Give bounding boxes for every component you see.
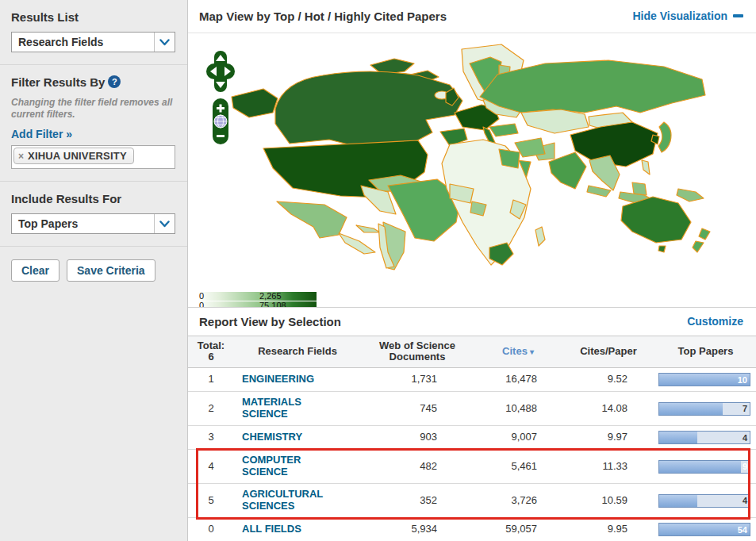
remove-filter-icon[interactable]: × bbox=[18, 151, 24, 162]
row-field-cell: ALL FIELDS bbox=[234, 518, 361, 541]
row-cites: 10,488 bbox=[474, 392, 562, 426]
country-malaysia bbox=[587, 186, 611, 197]
row-docs: 352 bbox=[361, 484, 474, 518]
map-zoom-control[interactable] bbox=[213, 98, 228, 144]
row-field-cell: CHEMISTRY bbox=[234, 426, 361, 450]
row-rank: 2 bbox=[188, 392, 234, 426]
top-papers-bar-fill bbox=[659, 524, 750, 535]
map-pan-control[interactable] bbox=[206, 51, 235, 92]
row-top-papers-cell: 4 bbox=[654, 484, 756, 518]
country-mexico bbox=[277, 201, 347, 238]
zoom-out-icon bbox=[217, 135, 224, 137]
hide-visualization-link[interactable]: Hide Visualization bbox=[632, 10, 743, 22]
row-rank: 1 bbox=[188, 368, 234, 392]
research-field-link[interactable]: COMPUTER SCIENCE bbox=[242, 455, 347, 478]
top-papers-bar: 10 bbox=[658, 373, 750, 386]
row-rank: 3 bbox=[188, 426, 234, 450]
clear-button[interactable]: Clear bbox=[11, 259, 59, 282]
research-field-link[interactable]: MATERIALS SCIENCE bbox=[242, 397, 347, 420]
sidebar: Results List Research Fields Filter Resu… bbox=[0, 0, 188, 541]
research-field-link[interactable]: CHEMISTRY bbox=[242, 432, 302, 443]
country-borneo bbox=[632, 182, 647, 195]
table-row: 3 CHEMISTRY 903 9,007 9.97 4 bbox=[188, 426, 756, 450]
include-results-title: Include Results For bbox=[11, 192, 176, 205]
row-field-cell: ENGINEERING bbox=[234, 368, 361, 392]
column-header-wos-documents[interactable]: Web of Science Documents bbox=[361, 336, 474, 368]
row-field-cell: MATERIALS SCIENCE bbox=[234, 392, 361, 426]
country-philippines bbox=[642, 160, 650, 175]
results-list-dropdown[interactable]: Research Fields bbox=[11, 32, 175, 52]
country-papua-new-guinea bbox=[677, 189, 704, 201]
legend-max: 75,108 bbox=[259, 301, 286, 307]
top-papers-value: 4 bbox=[743, 496, 747, 506]
table-row: 0 ALL FIELDS 5,934 59,057 9.95 54 bbox=[188, 518, 756, 541]
total-count: 6 bbox=[208, 351, 213, 363]
main-panel: Map View by Top / Hot / Highly Cited Pap… bbox=[188, 0, 756, 541]
world-map[interactable]: 0 2,265 0 75,108 bbox=[188, 33, 756, 307]
table-row: 5 AGRICULTURAL SCIENCES 352 3,726 10.59 … bbox=[188, 484, 756, 518]
research-field-link[interactable]: ENGINEERING bbox=[242, 374, 314, 386]
legend-max: 2,265 bbox=[259, 292, 282, 301]
country-china bbox=[570, 122, 658, 167]
country-turkey bbox=[489, 124, 518, 136]
row-docs: 5,934 bbox=[361, 518, 474, 541]
legend-scale-secondary: 0 75,108 bbox=[198, 301, 317, 307]
row-cites-per-paper: 14.08 bbox=[562, 392, 654, 426]
row-cites: 16,478 bbox=[474, 368, 562, 392]
row-cites: 9,007 bbox=[474, 426, 562, 450]
top-papers-value: 10 bbox=[738, 375, 747, 386]
column-header-top-papers[interactable]: Top Papers bbox=[654, 336, 756, 368]
row-cites-per-paper: 9.97 bbox=[562, 426, 654, 450]
report-header: Report View by Selection Customize bbox=[188, 307, 756, 335]
add-filter-link[interactable]: Add Filter » bbox=[11, 128, 72, 140]
top-papers-value: 4 bbox=[743, 432, 747, 443]
research-field-link[interactable]: ALL FIELDS bbox=[242, 524, 301, 535]
top-papers-bar-fill bbox=[659, 461, 741, 473]
legend-min: 0 bbox=[199, 292, 204, 301]
map-title: Map View by Top / Hot / Highly Cited Pap… bbox=[199, 10, 447, 23]
top-papers-value: 54 bbox=[738, 524, 747, 535]
filter-tag-label: XIHUA UNIVERSITY bbox=[28, 150, 127, 162]
country-australia bbox=[621, 197, 691, 243]
help-icon[interactable]: ? bbox=[108, 75, 121, 88]
esi-app: Results List Research Fields Filter Resu… bbox=[0, 0, 756, 541]
include-results-dropdown[interactable]: Top Papers bbox=[11, 213, 175, 234]
row-cites-per-paper: 11.33 bbox=[562, 450, 654, 484]
column-header-cites[interactable]: Cites▾ bbox=[474, 336, 562, 368]
row-docs: 745 bbox=[361, 392, 474, 426]
row-rank: 5 bbox=[188, 484, 234, 518]
table-row: 2 MATERIALS SCIENCE 745 10,488 14.08 7 bbox=[188, 392, 756, 426]
row-docs: 482 bbox=[361, 450, 474, 484]
sidebar-buttons: Clear Save Criteria bbox=[0, 247, 187, 294]
top-papers-value: 9 bbox=[743, 462, 747, 472]
research-field-link[interactable]: AGRICULTURAL SCIENCES bbox=[242, 489, 347, 512]
chevron-down-icon[interactable] bbox=[154, 214, 175, 233]
filter-section: Filter Results By? Changing the filter f… bbox=[0, 65, 187, 182]
country-central-asia bbox=[521, 109, 589, 133]
chevron-down-icon[interactable] bbox=[154, 33, 175, 52]
row-top-papers-cell: 10 bbox=[654, 368, 756, 392]
customize-link[interactable]: Customize bbox=[687, 315, 743, 328]
hide-visualization-label: Hide Visualization bbox=[632, 10, 727, 22]
report-table: Total: 6 Research Fields Web of Science … bbox=[188, 336, 756, 541]
top-papers-value: 7 bbox=[743, 404, 747, 414]
filter-title-text: Filter Results By bbox=[11, 75, 105, 89]
report-title: Report View by Selection bbox=[199, 315, 341, 328]
total-header: Total: 6 bbox=[188, 336, 234, 368]
save-criteria-button[interactable]: Save Criteria bbox=[67, 259, 155, 282]
filter-tag[interactable]: × XIHUA UNIVERSITY bbox=[13, 148, 134, 164]
top-papers-bar-fill bbox=[659, 403, 723, 415]
column-header-research-fields[interactable]: Research Fields bbox=[234, 336, 361, 368]
column-header-cites-per-paper[interactable]: Cites/Paper bbox=[562, 336, 654, 368]
top-papers-bar: 9 bbox=[658, 460, 750, 474]
country-central-america bbox=[339, 233, 375, 254]
minus-icon bbox=[733, 14, 743, 17]
country-tasmania bbox=[658, 246, 666, 252]
row-top-papers-cell: 54 bbox=[654, 518, 756, 541]
filter-tags-box[interactable]: × XIHUA UNIVERSITY bbox=[11, 145, 175, 169]
top-papers-bar-fill bbox=[659, 432, 697, 443]
country-alaska bbox=[232, 89, 278, 117]
country-canada bbox=[275, 71, 462, 148]
legend-min: 0 bbox=[199, 301, 204, 307]
include-results-dropdown-value: Top Papers bbox=[12, 217, 154, 230]
